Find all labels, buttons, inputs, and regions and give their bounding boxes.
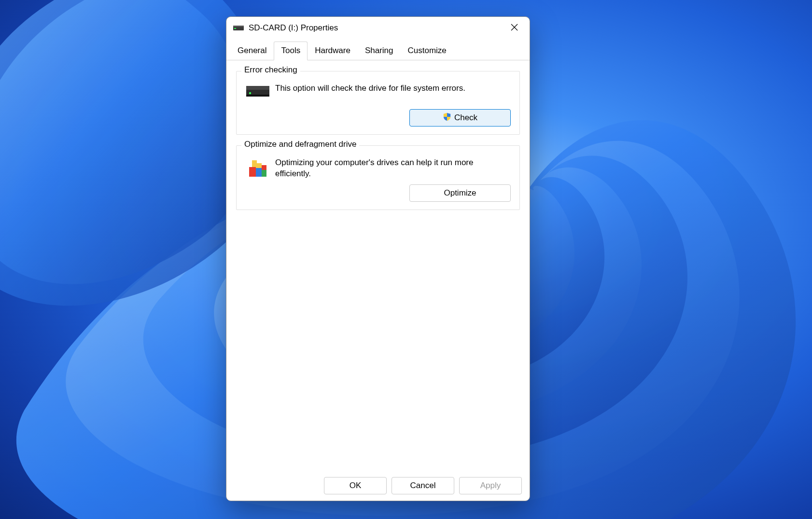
- optimize-description: Optimizing your computer's drives can he…: [275, 157, 511, 180]
- dialog-footer: OK Cancel Apply: [226, 471, 530, 501]
- titlebar[interactable]: SD-CARD (I:) Properties: [226, 17, 530, 39]
- tab-general[interactable]: General: [230, 42, 274, 60]
- group-title-error-checking: Error checking: [241, 65, 300, 75]
- apply-button[interactable]: Apply: [459, 477, 522, 494]
- optimize-button[interactable]: Optimize: [409, 184, 511, 202]
- properties-dialog: SD-CARD (I:) Properties General Tools Ha…: [226, 16, 530, 501]
- svg-rect-6: [246, 95, 269, 97]
- apply-button-label: Apply: [480, 481, 501, 491]
- svg-rect-13: [262, 165, 266, 170]
- tab-label: Tools: [281, 46, 300, 55]
- close-button[interactable]: [502, 18, 527, 38]
- tab-label: Customize: [407, 46, 446, 55]
- svg-rect-12: [252, 160, 257, 167]
- tab-sharing[interactable]: Sharing: [358, 42, 401, 60]
- svg-rect-8: [249, 167, 256, 177]
- ok-button-label: OK: [350, 481, 362, 491]
- svg-point-7: [249, 92, 251, 94]
- tab-hardware[interactable]: Hardware: [308, 42, 358, 60]
- svg-rect-3: [234, 28, 236, 29]
- error-checking-description: This option will check the drive for fil…: [275, 83, 511, 104]
- optimize-button-label: Optimize: [444, 188, 476, 198]
- svg-rect-2: [233, 26, 244, 27]
- tab-content-tools: Error checking This option will check th…: [226, 60, 530, 471]
- svg-rect-5: [246, 86, 269, 90]
- tab-label: Hardware: [315, 46, 350, 55]
- tab-customize[interactable]: Customize: [400, 42, 453, 60]
- close-icon: [511, 24, 518, 33]
- shield-uac-icon: [443, 112, 451, 124]
- defrag-icon: [245, 157, 270, 179]
- cancel-button[interactable]: Cancel: [392, 477, 454, 494]
- tabstrip: General Tools Hardware Sharing Customize: [226, 41, 530, 60]
- svg-rect-11: [262, 170, 266, 177]
- ok-button[interactable]: OK: [324, 477, 387, 494]
- tab-tools[interactable]: Tools: [274, 42, 308, 60]
- tab-label: General: [238, 46, 266, 55]
- drive-icon: [233, 25, 244, 31]
- tab-label: Sharing: [365, 46, 393, 55]
- group-error-checking: Error checking This option will check th…: [236, 71, 520, 135]
- cancel-button-label: Cancel: [410, 481, 436, 491]
- drive-check-icon: [245, 83, 270, 104]
- check-button-label: Check: [454, 113, 477, 123]
- window-title: SD-CARD (I:) Properties: [249, 23, 502, 33]
- check-button[interactable]: Check: [409, 109, 511, 126]
- group-title-optimize: Optimize and defragment drive: [241, 140, 359, 149]
- group-optimize: Optimize and defragment drive Optimizing…: [236, 145, 520, 210]
